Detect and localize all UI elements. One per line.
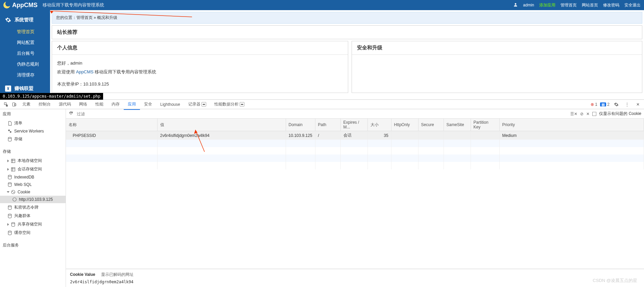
link-logout[interactable]: 安全退出 bbox=[624, 2, 641, 8]
panel-security: 安全和升级 bbox=[352, 41, 642, 93]
panel-personal-info: 个人信息 您好，admin 欢迎使用 AppCMS 移动应用下载专用内容管理系统… bbox=[52, 41, 348, 93]
union-icon: ¥ bbox=[5, 86, 11, 92]
group-label: 系统管理 bbox=[15, 17, 33, 23]
username: admin bbox=[523, 3, 534, 7]
panel-recommend: 站长推荐 bbox=[52, 25, 642, 39]
link-admin-home[interactable]: 管理首页 bbox=[560, 2, 577, 8]
link-change-pwd[interactable]: 修改密码 bbox=[603, 2, 619, 8]
sidebar-item-site-config[interactable]: 网站配置 bbox=[0, 37, 50, 48]
url-tooltip: 0.103.9.125/appcms-master/admiin/set.php bbox=[0, 93, 103, 97]
info-welcome: 欢迎使用 AppCMS 移动应用下载专用内容管理系统 bbox=[57, 68, 343, 76]
link-appcms[interactable]: AppCMS bbox=[76, 69, 94, 74]
app-header: AppCMS 移动应用下载专用内容管理系统 admin 添加应用 管理首页 网站… bbox=[0, 0, 644, 10]
breadcrumb-home[interactable]: 管理首页 bbox=[76, 15, 93, 20]
gear-icon bbox=[5, 17, 11, 23]
main-content: 您的位置：管理首页 » 概况和升级 站长推荐 个人信息 您好，admin 欢迎使… bbox=[50, 10, 644, 97]
info-hello: 您好，admin bbox=[57, 59, 343, 68]
sidebar-item-clear-cache[interactable]: 清理缓存 bbox=[0, 70, 50, 80]
sidebar-item-admin-home[interactable]: 管理首页 bbox=[0, 26, 50, 37]
breadcrumb: 您的位置：管理首页 » 概况和升级 bbox=[52, 12, 642, 24]
svg-point-0 bbox=[515, 3, 517, 5]
info-ip: 本次登录IP：10.103.9.125 bbox=[57, 80, 343, 89]
logo-text: AppCMS bbox=[12, 2, 38, 9]
sidebar-item-accounts[interactable]: 后台账号 bbox=[0, 48, 50, 59]
info-title: 个人信息 bbox=[52, 41, 348, 55]
breadcrumb-sep: » bbox=[93, 15, 97, 20]
breadcrumb-current: 概况和升级 bbox=[97, 15, 117, 20]
breadcrumb-prefix: 您的位置： bbox=[56, 15, 76, 20]
security-title: 安全和升级 bbox=[352, 41, 642, 55]
sidebar-group-system[interactable]: 系统管理 bbox=[0, 14, 50, 26]
user-icon bbox=[513, 2, 518, 8]
app-logo: AppCMS bbox=[3, 2, 38, 9]
moon-icon bbox=[3, 2, 10, 8]
group2-label: 赚钱联盟 bbox=[15, 86, 33, 92]
link-site-home[interactable]: 网站首页 bbox=[582, 2, 598, 8]
header-user-area: admin 添加应用 管理首页 网站首页 修改密码 安全退出 bbox=[513, 2, 641, 8]
sidebar: 系统管理 管理首页 网站配置 后台账号 伪静态规则 清理缓存 ¥ 赚钱联盟 bbox=[0, 10, 50, 97]
link-add-app[interactable]: 添加应用 bbox=[539, 2, 555, 8]
recommend-title: 站长推荐 bbox=[57, 29, 77, 35]
sidebar-item-rewrite[interactable]: 伪静态规则 bbox=[0, 59, 50, 70]
app-subtitle: 移动应用下载专用内容管理系统 bbox=[43, 2, 104, 8]
